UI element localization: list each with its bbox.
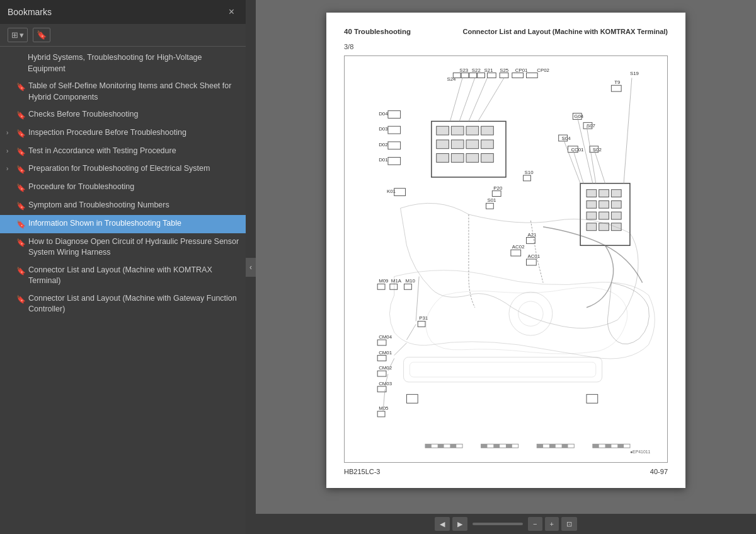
svg-rect-47 xyxy=(451,154,464,163)
document-area: 40 Troubleshooting Connector List and La… xyxy=(256,0,756,514)
bookmark-icon-1: 🔖 xyxy=(16,82,26,93)
sidebar-title: Bookmarks xyxy=(8,7,52,17)
bookmark-icon-8: 🔖 xyxy=(16,219,26,230)
svg-rect-63 xyxy=(599,200,609,208)
bookmark-icon: 🔖 xyxy=(37,30,47,40)
svg-text:S07: S07 xyxy=(587,123,595,129)
sidebar-item-test-accordance[interactable]: › 🔖 Test in Accordance with Testing Proc… xyxy=(0,142,246,161)
sidebar-item-checks-before[interactable]: 🔖 Checks Before Troubleshooting xyxy=(0,106,246,124)
zoom-in-button[interactable]: + xyxy=(545,517,559,531)
collapse-sidebar-button[interactable]: ‹ xyxy=(246,258,256,277)
bookmark-text-5: Preparation for Troubleshooting of Elect… xyxy=(28,163,241,175)
svg-rect-112 xyxy=(425,444,432,448)
fit-page-button[interactable]: ⊡ xyxy=(561,517,577,531)
bookmark-text-9: How to Diagnose Open Circuit of Hydrauli… xyxy=(28,236,241,258)
connector-diagram: S23 S22 S21 S25 CP01 CP02 S19 S24 xyxy=(345,56,667,460)
sidebar-item-connector-list-komtrax[interactable]: 🔖 Connector List and Layout (Machine wit… xyxy=(0,262,246,290)
bookmark-icon-5: 🔖 xyxy=(16,165,26,175)
page-header-left: 40 Troubleshooting xyxy=(344,28,411,35)
svg-rect-125 xyxy=(605,444,612,448)
close-button[interactable]: × xyxy=(225,6,238,18)
svg-text:AC02: AC02 xyxy=(512,244,525,250)
svg-text:S01: S01 xyxy=(487,197,496,203)
svg-rect-116 xyxy=(481,444,488,448)
svg-rect-122 xyxy=(562,444,568,448)
svg-text:D02: D02 xyxy=(379,142,387,148)
svg-rect-44 xyxy=(466,140,479,149)
svg-rect-61 xyxy=(611,190,621,197)
bookmark-text-11: Connector List and Layout (Machine with … xyxy=(28,293,241,315)
dropdown-arrow: ▾ xyxy=(20,30,24,40)
svg-text:T9: T9 xyxy=(614,79,620,85)
svg-text:M10: M10 xyxy=(405,278,415,284)
svg-rect-43 xyxy=(451,140,464,149)
sidebar-item-hybrid-systems[interactable]: Hybrid Systems, Troubleshooting for High… xyxy=(0,49,246,78)
svg-rect-45 xyxy=(481,140,494,149)
main-content: 40 Troubleshooting Connector List and La… xyxy=(256,0,756,534)
svg-text:A21: A21 xyxy=(527,232,536,238)
bookmark-icon-2: 🔖 xyxy=(16,110,26,121)
svg-text:●EP41011: ●EP41011 xyxy=(630,450,651,454)
svg-text:D01: D01 xyxy=(379,157,387,163)
bookmark-icon-9: 🔖 xyxy=(16,238,26,248)
svg-rect-59 xyxy=(587,190,597,197)
bookmark-text-3: Inspection Procedure Before Troubleshoot… xyxy=(28,127,241,139)
svg-text:CP02: CP02 xyxy=(537,67,549,73)
view-options-button[interactable]: ⊞ ▾ xyxy=(8,28,28,42)
zoom-slider[interactable] xyxy=(472,523,523,525)
footer-left: HB215LC-3 xyxy=(344,468,380,475)
bookmark-icon-4: 🔖 xyxy=(16,147,26,158)
sidebar-item-how-to-diagnose[interactable]: 🔖 How to Diagnose Open Circuit of Hydrau… xyxy=(0,233,246,262)
page-header: 40 Troubleshooting Connector List and La… xyxy=(344,28,668,35)
prev-page-button[interactable]: ◀ xyxy=(435,517,450,531)
sidebar-item-information-shown[interactable]: 🔖 Information Shown in Troubleshooting T… xyxy=(0,215,246,233)
svg-rect-117 xyxy=(493,444,500,448)
page-header-right: Connector List and Layout (Machine with … xyxy=(462,28,668,35)
svg-rect-114 xyxy=(450,444,456,448)
diagram-frame: S23 S22 S21 S25 CP01 CP02 S19 S24 xyxy=(344,55,668,463)
zoom-out-button[interactable]: − xyxy=(528,517,542,531)
svg-rect-39 xyxy=(451,126,464,135)
page-number: 3/8 xyxy=(344,43,668,50)
svg-text:CM01: CM01 xyxy=(379,350,392,356)
bookmark-list: Hybrid Systems, Troubleshooting for High… xyxy=(0,47,246,534)
svg-text:S25: S25 xyxy=(500,67,509,73)
sidebar-item-symptom-and[interactable]: 🔖 Symptom and Troubleshooting Numbers xyxy=(0,197,246,215)
svg-rect-42 xyxy=(437,140,449,149)
bookmark-button[interactable]: 🔖 xyxy=(33,28,50,42)
sidebar-toolbar: ⊞ ▾ 🔖 xyxy=(0,24,246,47)
svg-rect-113 xyxy=(438,444,444,448)
bookmark-text-6: Procedure for Troubleshooting xyxy=(28,182,241,193)
svg-text:P20: P20 xyxy=(493,185,503,191)
page-footer: HB215LC-3 40-97 xyxy=(344,468,668,475)
sidebar-item-preparation-for[interactable]: › 🔖 Preparation for Troubleshooting of E… xyxy=(0,160,246,178)
sidebar: Bookmarks × ⊞ ▾ 🔖 Hybrid Systems, Troubl… xyxy=(0,0,246,534)
svg-rect-68 xyxy=(587,223,597,231)
svg-text:D03: D03 xyxy=(379,126,388,132)
next-page-button[interactable]: ▶ xyxy=(452,517,467,531)
svg-rect-62 xyxy=(587,200,597,208)
svg-rect-118 xyxy=(506,444,512,448)
svg-text:CM04: CM04 xyxy=(379,334,392,340)
sidebar-item-connector-list-gateway[interactable]: 🔖 Connector List and Layout (Machine wit… xyxy=(0,290,246,318)
svg-text:CP01: CP01 xyxy=(515,67,528,73)
svg-text:CM02: CM02 xyxy=(379,365,392,371)
svg-rect-120 xyxy=(537,444,543,448)
svg-rect-38 xyxy=(437,126,449,135)
svg-rect-41 xyxy=(481,126,494,135)
sidebar-item-inspection-procedure[interactable]: › 🔖 Inspection Procedure Before Troubles… xyxy=(0,124,246,142)
svg-rect-46 xyxy=(437,154,449,163)
bookmark-text-1: Table of Self-Define Monitoring Items an… xyxy=(28,81,241,103)
bookmark-text-7: Symptom and Troubleshooting Numbers xyxy=(28,200,241,211)
svg-rect-67 xyxy=(611,212,621,219)
sidebar-item-table-self-define[interactable]: 🔖 Table of Self-Define Monitoring Items … xyxy=(0,78,246,106)
bookmark-text-10: Connector List and Layout (Machine with … xyxy=(28,265,241,287)
svg-text:S24: S24 xyxy=(447,76,456,82)
sidebar-item-procedure-for[interactable]: 🔖 Procedure for Troubleshooting xyxy=(0,178,246,197)
svg-rect-124 xyxy=(593,444,599,448)
bookmark-text-0: Hybrid Systems, Troubleshooting for High… xyxy=(28,52,241,74)
bookmark-icon-10: 🔖 xyxy=(16,266,26,277)
svg-rect-126 xyxy=(617,444,624,448)
svg-text:S10: S10 xyxy=(525,170,534,175)
svg-rect-49 xyxy=(481,154,494,163)
